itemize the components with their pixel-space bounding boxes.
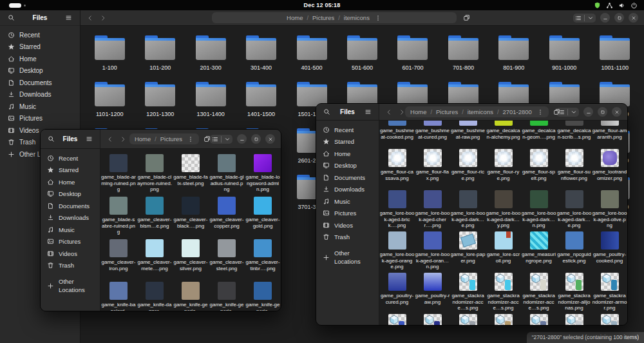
sidebar-item[interactable]: Music: [43, 224, 97, 235]
folder-item[interactable]: 301-400: [236, 34, 286, 80]
sidebar-item[interactable]: Downloads: [4, 89, 76, 100]
file-item[interactable]: game_blade-claymore-ruined.png: [137, 154, 173, 197]
sidebar-item[interactable]: Recent: [319, 124, 376, 135]
file-item[interactable]: game_lore-book-aged-dark…n.png: [521, 190, 556, 231]
sidebar-item[interactable]: Pictures: [43, 236, 97, 247]
sidebar-item-other-locations[interactable]: Other Locations: [319, 248, 376, 267]
sidebar-item[interactable]: Music: [319, 196, 376, 207]
file-item[interactable]: game_lore-book-aged-dark…e.png: [556, 190, 592, 231]
file-item[interactable]: game_cleaver-bism…e.png: [137, 197, 173, 239]
file-item[interactable]: [415, 314, 450, 325]
sidebar-item[interactable]: Home: [319, 148, 376, 159]
file-item[interactable]: game_poultry-cured.png: [379, 273, 415, 314]
view-options[interactable]: [556, 108, 579, 117]
breadcrumb-segment[interactable]: itemicons: [334, 14, 370, 21]
file-item[interactable]: game_knife-generic-: [209, 282, 245, 311]
breadcrumb-segment[interactable]: Pictures: [303, 14, 334, 21]
file-item[interactable]: game_lore-book-aged-dark…e.png: [450, 190, 486, 231]
file-item[interactable]: game_lore-book-aged-dark…y.png: [486, 190, 521, 231]
file-item[interactable]: game_decalcan-geom….png: [521, 121, 556, 149]
file-item[interactable]: [556, 314, 592, 325]
close-button[interactable]: [265, 134, 275, 144]
folder-item[interactable]: 801-900: [489, 34, 539, 80]
folder-item[interactable]: 1201-1300: [135, 80, 185, 126]
sidebar-item[interactable]: Desktop: [4, 65, 76, 76]
file-item[interactable]: game_bushmeat-cured.png: [415, 121, 450, 149]
file-item[interactable]: game_flour-rye.png: [486, 149, 521, 190]
forward-button[interactable]: [399, 109, 405, 115]
view-options[interactable]: [210, 135, 232, 144]
hamburger-menu-button[interactable]: [363, 106, 374, 117]
maximize-button[interactable]: [614, 13, 624, 23]
folder-item[interactable]: 401-500: [287, 34, 337, 80]
file-item[interactable]: game_lore-book-aged-cherr….png: [415, 190, 450, 231]
forward-button[interactable]: [100, 15, 106, 21]
file-item[interactable]: game_bushmeat-raw.png: [450, 121, 486, 149]
folder-item[interactable]: 1-100: [84, 34, 135, 80]
breadcrumb[interactable]: Home Pictures itemicons 2701-2800: [405, 106, 549, 117]
file-item[interactable]: game_blade-arming-ruined.png: [100, 154, 137, 197]
breadcrumb-segment[interactable]: Home: [287, 14, 303, 21]
hamburger-menu-button[interactable]: [63, 12, 74, 23]
file-item[interactable]: [486, 314, 521, 325]
minimize-button[interactable]: [583, 107, 593, 117]
file-item[interactable]: game_cleaver-silver.png: [173, 239, 209, 282]
back-button[interactable]: [87, 15, 93, 21]
file-item[interactable]: game_decalcan-alchemy.png: [486, 121, 521, 149]
file-item[interactable]: game_bushmeat-cooked.png: [379, 121, 415, 149]
file-item[interactable]: game_blade-sabre-ruined.png: [100, 197, 137, 239]
sidebar-item[interactable]: Documents: [319, 172, 376, 183]
breadcrumb-segment[interactable]: 2701-2800: [493, 108, 532, 115]
path-menu-icon[interactable]: [537, 109, 544, 115]
sidebar-item[interactable]: Music: [4, 101, 76, 112]
maximize-button[interactable]: [251, 134, 261, 144]
view-options[interactable]: [573, 14, 596, 23]
file-item[interactable]: game_flour-spelt.png: [521, 149, 556, 190]
file-item[interactable]: game_stackrandomizer-acce…s.png: [486, 273, 521, 314]
breadcrumb-segment[interactable]: Pictures: [151, 135, 182, 142]
file-item[interactable]: game_lore-book-aged-orange.png: [379, 231, 415, 273]
sidebar-item-other-locations[interactable]: Other Locations: [43, 276, 97, 295]
sidebar-item[interactable]: Starred: [43, 164, 97, 175]
file-item[interactable]: game_lore-book-aged-oran…n.png: [415, 231, 450, 273]
system-tray[interactable]: [594, 2, 638, 9]
sidebar-item[interactable]: Desktop: [43, 188, 97, 199]
file-item[interactable]: game_cleaver-mete….png: [137, 239, 173, 282]
close-button[interactable]: [629, 13, 638, 23]
folder-item[interactable]: 201-300: [185, 34, 236, 80]
file-item[interactable]: game_knife-dagger-: [137, 282, 173, 311]
file-item[interactable]: game_knife-baselard-: [100, 282, 137, 311]
file-item[interactable]: game_blade-longsword-admin.png: [245, 154, 281, 197]
breadcrumb-segment[interactable]: Home: [135, 135, 151, 142]
file-item[interactable]: game_knife-generic-: [173, 282, 209, 311]
file-item[interactable]: game_lore-book-aged-olive.png: [592, 190, 627, 231]
file-item[interactable]: game_cleaver-gold.png: [245, 197, 281, 239]
clock[interactable]: Dec 12 05:18: [0, 2, 644, 8]
file-item[interactable]: game_stackrandomizer-acce…s.png: [521, 273, 556, 314]
folder-item[interactable]: 901-1000: [539, 34, 589, 80]
sidebar-item[interactable]: Desktop: [319, 160, 376, 171]
file-item[interactable]: game_lore-paper.png: [450, 231, 486, 273]
folder-item[interactable]: 1001-1100: [590, 34, 640, 80]
folder-item[interactable]: 101-200: [135, 34, 185, 80]
folder-item[interactable]: 1101-1200: [84, 80, 135, 126]
hamburger-menu-button[interactable]: [84, 133, 95, 144]
file-item[interactable]: game_blade-falx-steel.png: [173, 154, 209, 197]
search-button[interactable]: [46, 133, 57, 144]
path-menu-icon[interactable]: [375, 15, 381, 21]
minimize-button[interactable]: [237, 134, 247, 144]
file-item[interactable]: game_flour-rice.png: [450, 149, 486, 190]
file-item[interactable]: [592, 314, 627, 325]
sidebar-item[interactable]: Trash: [319, 231, 376, 242]
back-button[interactable]: [107, 136, 113, 142]
file-item[interactable]: game_blade-gladius-ruined.png: [209, 154, 245, 197]
new-tab-button[interactable]: [461, 12, 472, 23]
sidebar-item[interactable]: Pictures: [4, 113, 76, 124]
sidebar-item[interactable]: Downloads: [43, 212, 97, 223]
back-button[interactable]: [386, 109, 392, 115]
file-item[interactable]: game_poultry-raw.png: [415, 273, 450, 314]
folder-item[interactable]: 601-700: [388, 34, 438, 80]
breadcrumb-segment[interactable]: Home: [410, 108, 426, 115]
sidebar-item[interactable]: Pictures: [319, 208, 376, 219]
file-item[interactable]: game_flour-sunflower.png: [556, 149, 592, 190]
